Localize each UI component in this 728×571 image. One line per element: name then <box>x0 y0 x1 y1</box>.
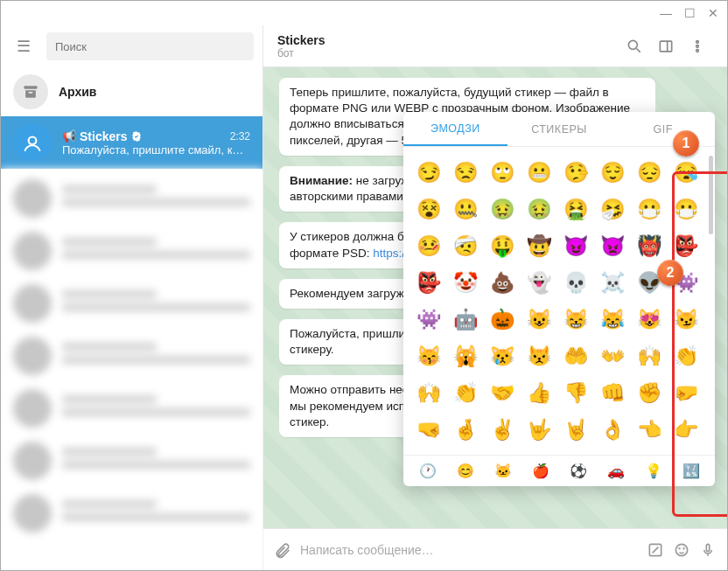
emoji-cell[interactable]: 🤠 <box>521 227 557 264</box>
emoji-cell[interactable]: 💩 <box>484 264 521 301</box>
emoji-cell[interactable]: 😻 <box>631 301 668 338</box>
emoji-cell[interactable]: 🤲 <box>557 338 594 374</box>
emoji-cell[interactable]: 😬 <box>521 154 557 191</box>
emoji-cell[interactable]: 🤐 <box>447 191 484 227</box>
emoji-cell[interactable]: 🤖 <box>447 301 484 338</box>
chat-item-stickers[interactable]: 📢 Stickers 2:32 Пожалуйста, пришлите сма… <box>1 116 262 169</box>
emoji-cell[interactable]: 😔 <box>631 154 668 191</box>
emoji-cell[interactable]: 😼 <box>668 301 704 338</box>
search-icon[interactable] <box>619 31 650 62</box>
emoji-cell[interactable]: 👏 <box>447 374 484 411</box>
emoji-category[interactable]: 🕐 <box>419 463 437 479</box>
emoji-category[interactable]: 🚗 <box>607 463 625 479</box>
emoji-cell[interactable]: 👽 <box>631 264 668 301</box>
search-field[interactable] <box>55 40 245 53</box>
attach-icon[interactable] <box>274 541 291 559</box>
emoji-category[interactable]: 🐱 <box>494 463 512 479</box>
composer-input[interactable]: Написать сообщение… <box>300 543 638 557</box>
svg-point-1 <box>29 137 37 145</box>
emoji-category[interactable]: 😊 <box>457 463 474 479</box>
emoji-cell[interactable]: 🤡 <box>447 264 484 301</box>
emoji-cell[interactable]: 🙌 <box>631 338 668 374</box>
scrollbar[interactable] <box>709 156 713 234</box>
emoji-cell[interactable]: 😹 <box>594 301 631 338</box>
minimize-button[interactable]: — <box>660 6 672 20</box>
more-icon[interactable] <box>682 31 713 62</box>
emoji-cell[interactable]: 🤟 <box>521 411 557 448</box>
emoji-grid: 😏😒🙄😬🤥😌😔😪😵🤐🤢🤢🤮🤧😷😷🤒🤕🤑🤠😈👿👹👺👺🤡💩👻💀☠️👽👾👾🤖🎃😺😸😹😻… <box>403 147 715 455</box>
emoji-category[interactable]: ⚽ <box>570 463 587 479</box>
emoji-cell[interactable]: 🤕 <box>447 227 484 264</box>
emoji-cell[interactable]: 👹 <box>631 227 668 264</box>
emoji-cell[interactable]: 👿 <box>594 227 631 264</box>
emoji-cell[interactable]: 🤧 <box>594 191 631 227</box>
emoji-cell[interactable]: 💀 <box>557 264 594 301</box>
mic-icon[interactable] <box>699 541 717 559</box>
emoji-cell[interactable]: 👾 <box>668 264 704 301</box>
archive-label: Архив <box>59 85 96 99</box>
emoji-cell[interactable]: ☠️ <box>594 264 631 301</box>
emoji-cell[interactable]: 👐 <box>594 338 631 374</box>
emoji-cell[interactable]: 👉 <box>668 411 704 448</box>
emoji-cell[interactable]: 😺 <box>521 301 557 338</box>
tab-stickers[interactable]: СТИКЕРЫ <box>508 112 612 146</box>
emoji-cell[interactable]: 😈 <box>557 227 594 264</box>
emoji-cell[interactable]: 🙀 <box>447 338 484 374</box>
emoji-cell[interactable]: 🤜 <box>410 411 447 448</box>
emoji-category[interactable]: 💡 <box>645 463 662 479</box>
emoji-cell[interactable]: 🎃 <box>484 301 521 338</box>
emoji-cell[interactable]: 🤝 <box>484 374 521 411</box>
emoji-cell[interactable]: 🙌 <box>410 374 447 411</box>
emoji-cell[interactable]: 🤢 <box>484 191 521 227</box>
emoji-cell[interactable]: 👺 <box>410 264 447 301</box>
emoji-cell[interactable]: 🤒 <box>410 227 447 264</box>
emoji-cell[interactable]: 🤢 <box>521 191 557 227</box>
emoji-cell[interactable]: 😽 <box>410 338 447 374</box>
sidepanel-icon[interactable] <box>650 31 682 62</box>
emoji-cell[interactable]: 🤘 <box>557 411 594 448</box>
emoji-cell[interactable]: 👾 <box>410 301 447 338</box>
tab-emoji[interactable]: ЭМОДЗИ <box>403 112 508 146</box>
emoji-cell[interactable]: 😷 <box>668 191 704 227</box>
close-button[interactable]: ✕ <box>708 6 718 20</box>
emoji-cell[interactable]: 😒 <box>447 154 484 191</box>
emoji-cell[interactable]: 👺 <box>668 227 704 264</box>
emoji-cell[interactable]: 👌 <box>594 411 631 448</box>
menu-icon[interactable]: ☰ <box>10 32 38 60</box>
messages-area[interactable]: Теперь пришлите, пожалуйста, будущий сти… <box>263 67 727 528</box>
emoji-cell[interactable]: 😌 <box>594 154 631 191</box>
emoji-icon[interactable] <box>673 541 690 559</box>
emoji-cell[interactable]: 🤮 <box>557 191 594 227</box>
commands-icon[interactable] <box>647 541 664 559</box>
svg-point-8 <box>696 49 699 52</box>
emoji-category[interactable]: 🍎 <box>532 463 550 479</box>
search-input[interactable] <box>46 32 254 60</box>
emoji-cell[interactable]: 😾 <box>521 338 557 374</box>
emoji-cell[interactable]: 😏 <box>410 154 447 191</box>
emoji-cell[interactable]: 🤑 <box>484 227 521 264</box>
svg-point-2 <box>628 40 637 49</box>
emoji-categories: 🕐😊🐱🍎⚽🚗💡🔣 <box>403 455 715 486</box>
emoji-cell[interactable]: 😿 <box>484 338 521 374</box>
emoji-cell[interactable]: 🤥 <box>557 154 594 191</box>
emoji-cell[interactable]: ✌️ <box>484 411 521 448</box>
emoji-category[interactable]: 🔣 <box>682 463 700 479</box>
emoji-cell[interactable]: 👊 <box>594 374 631 411</box>
archive-row[interactable]: Архив <box>1 67 262 116</box>
emoji-cell[interactable]: 😵 <box>410 191 447 227</box>
emoji-cell[interactable]: 😸 <box>557 301 594 338</box>
emoji-cell[interactable]: 👻 <box>521 264 557 301</box>
emoji-cell[interactable]: 😪 <box>668 154 704 191</box>
emoji-cell[interactable]: 😷 <box>631 191 668 227</box>
emoji-cell[interactable]: 👍 <box>521 374 557 411</box>
emoji-cell[interactable]: 👏 <box>668 338 704 374</box>
emoji-cell[interactable]: 🤞 <box>447 411 484 448</box>
emoji-cell[interactable]: 👎 <box>557 374 594 411</box>
emoji-cell[interactable]: 🙄 <box>484 154 521 191</box>
emoji-cell[interactable]: 🤛 <box>668 374 704 411</box>
maximize-button[interactable]: ☐ <box>684 6 696 20</box>
tab-gif[interactable]: GIF <box>611 112 715 146</box>
emoji-cell[interactable]: 👈 <box>631 411 668 448</box>
chat-panel: Stickers бот Теперь пришлите, пожалуйста… <box>263 25 727 570</box>
emoji-cell[interactable]: ✊ <box>631 374 668 411</box>
